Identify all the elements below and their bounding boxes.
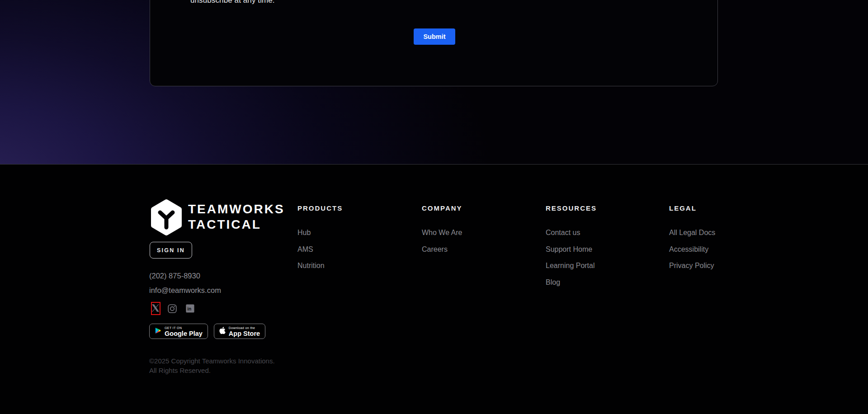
phone-link[interactable]: (202) 875-8930	[149, 272, 200, 280]
app-store-badge[interactable]: Download on the App Store	[214, 324, 265, 339]
footer-link[interactable]: Blog	[546, 278, 654, 286]
brand-logo[interactable]: TEAMWORKS TACTICAL	[149, 199, 285, 238]
copyright-line2: All Rights Reserved.	[149, 366, 275, 375]
newsletter-card: unsubscribe at any time. Submit	[150, 0, 718, 86]
column-links: All Legal DocsAccessibilityPrivacy Polic…	[669, 229, 778, 269]
footer-column-products: PRODUCTS HubAMSNutrition	[297, 204, 406, 278]
footer-link[interactable]: AMS	[297, 245, 406, 253]
linkedin-icon[interactable]: in	[186, 304, 194, 315]
app-badges-row: GET IT ON Google Play Download on the Ap…	[149, 324, 265, 339]
x-twitter-icon[interactable]	[152, 304, 159, 314]
instagram-icon[interactable]	[168, 304, 177, 315]
column-title: COMPANY	[422, 204, 530, 212]
column-links: HubAMSNutrition	[297, 229, 406, 269]
footer-link[interactable]: Contact us	[546, 229, 654, 236]
app-store-badge-label: App Store	[229, 330, 260, 337]
footer: TEAMWORKS TACTICAL SIGN IN (202) 875-893…	[0, 165, 868, 414]
svg-text:in: in	[187, 306, 191, 311]
google-play-badge-top: GET IT ON	[165, 326, 203, 330]
apple-icon	[219, 326, 226, 336]
email-link[interactable]: info@teamworks.com	[149, 286, 221, 295]
footer-link[interactable]: Learning Portal	[546, 262, 654, 269]
footer-link[interactable]: Hub	[297, 229, 406, 236]
column-links: Who We AreCareers	[422, 229, 530, 253]
page: unsubscribe at any time. Submit TEAMWORK…	[0, 0, 868, 414]
column-title: LEGAL	[669, 204, 778, 212]
consent-disclaimer-text: unsubscribe at any time.	[190, 0, 275, 5]
copyright-line1: ©2025 Copyright Teamworks Innovations.	[149, 356, 275, 366]
footer-column-legal: LEGAL All Legal DocsAccessibilityPrivacy…	[669, 204, 778, 278]
footer-link[interactable]: Privacy Policy	[669, 262, 778, 269]
copyright: ©2025 Copyright Teamworks Innovations. A…	[149, 356, 275, 375]
footer-link[interactable]: Nutrition	[297, 262, 406, 269]
google-play-icon	[155, 327, 161, 336]
footer-link[interactable]: Support Home	[546, 245, 654, 253]
footer-column-resources: RESOURCES Contact usSupport HomeLearning…	[546, 204, 654, 295]
footer-link[interactable]: Who We Are	[422, 229, 530, 236]
google-play-badge[interactable]: GET IT ON Google Play	[149, 324, 208, 339]
footer-link[interactable]: Accessibility	[669, 245, 778, 253]
google-play-badge-label: Google Play	[165, 330, 203, 337]
column-links: Contact usSupport HomeLearning PortalBlo…	[546, 229, 654, 286]
footer-column-company: COMPANY Who We AreCareers	[422, 204, 530, 262]
column-title: RESOURCES	[546, 204, 654, 212]
brand-wordmark: TEAMWORKS TACTICAL	[188, 202, 285, 232]
submit-button[interactable]: Submit	[414, 28, 455, 45]
newsletter-section: unsubscribe at any time. Submit	[0, 0, 868, 164]
app-store-badge-top: Download on the	[229, 326, 260, 330]
brand-hexagon-icon	[149, 199, 184, 238]
footer-link[interactable]: Careers	[422, 245, 530, 253]
sign-in-button[interactable]: SIGN IN	[150, 242, 192, 259]
column-title: PRODUCTS	[297, 204, 406, 212]
footer-link[interactable]: All Legal Docs	[669, 229, 778, 236]
